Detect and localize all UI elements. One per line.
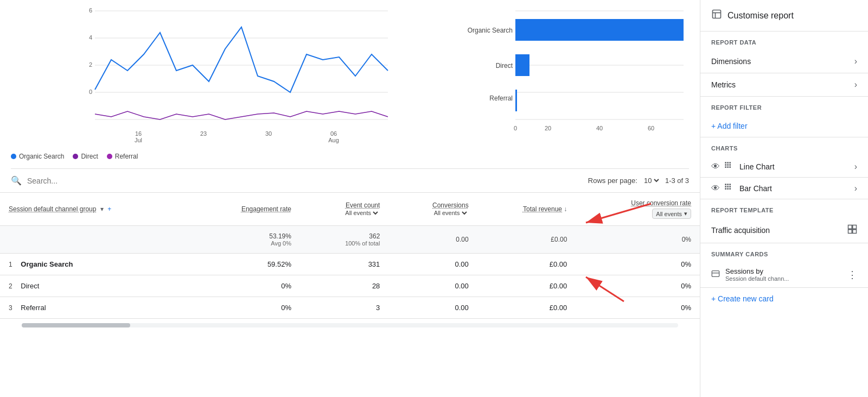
col-revenue-label: Total revenue [523,205,562,213]
col-revenue-sort[interactable]: ↓ [564,205,567,213]
legend-item-referral: Referral [107,153,138,160]
summary-card-subtitle: Session default chann... [725,275,847,282]
bar-chart-label: Bar Chart [739,184,854,193]
section-report-template: REPORT TEMPLATE [700,199,868,218]
svg-text:23: 23 [200,130,207,137]
summary-card-icon [711,269,720,280]
legend-dot-referral [107,154,112,159]
rows-per-page-label: Rows per page: [588,177,637,185]
row-3-num: 3 [9,304,12,312]
legend-label-direct: Direct [81,153,98,160]
col-user-conversion[interactable]: User conversion rate All events ▾ [576,193,700,226]
svg-rect-25 [515,90,517,111]
add-filter-button[interactable]: + Add filter [700,115,868,137]
bar-chart-eye-icon[interactable]: 👁 [711,184,720,193]
totals-engagement-sub: Avg 0% [201,240,291,247]
row-2-dimension: 2 Direct [0,275,192,297]
panel-header: Customise report [700,0,868,31]
create-card-label: + Create new card [711,294,774,303]
svg-rect-39 [729,164,731,166]
svg-rect-49 [725,188,726,190]
svg-text:Direct: Direct [496,62,513,70]
table-wrapper: Session default channel group ▾ + Engage… [0,193,700,319]
table-row: 2 Direct 0% 28 0.00 £0.00 0% [0,275,700,297]
customise-icon [711,9,722,22]
col-event-count-filter[interactable]: All events [343,209,380,217]
summary-card-title: Sessions by [725,267,847,275]
row-1-engagement: 59.52% [192,254,300,275]
metrics-chevron: › [854,80,857,90]
scrollbar-thumb[interactable] [22,323,130,327]
search-input[interactable] [27,177,190,185]
svg-rect-44 [727,184,729,185]
legend-label-referral: Referral [115,153,138,160]
col-dimension[interactable]: Session default channel group ▾ + [0,193,192,226]
rows-per-page-select[interactable]: 10 25 50 [642,176,661,185]
totals-event-count-sub: 100% of total [309,240,380,247]
bar-chart-row[interactable]: 👁 Bar Chart › [700,178,868,199]
summary-card-more-button[interactable]: ⋮ [847,270,857,280]
totals-event-count-cell: 362 100% of total [300,226,388,254]
col-add-icon[interactable]: + [107,205,111,213]
row-3-revenue: £0.00 [477,297,576,319]
rows-per-page: Rows per page: 10 25 50 1-3 of 3 [588,176,689,185]
metrics-row[interactable]: Metrics › [700,73,868,97]
svg-text:Organic Search: Organic Search [468,27,513,34]
svg-rect-43 [725,184,726,185]
row-2-conversions: 0.00 [388,275,477,297]
scrollbar-container[interactable] [22,323,678,327]
col-user-conversion-dropdown[interactable]: All events ▾ [652,209,691,219]
line-chart-row[interactable]: 👁 Line Chart › [700,156,868,178]
row-1-dimension: 1 Organic Search [0,254,192,275]
template-icon[interactable] [847,224,857,236]
svg-rect-38 [727,164,729,166]
dimensions-row[interactable]: Dimensions › [700,50,868,73]
legend-label-organic: Organic Search [19,153,64,160]
svg-rect-47 [727,186,729,187]
svg-text:30: 30 [265,130,272,137]
svg-text:0: 0 [89,89,92,95]
data-table: Session default channel group ▾ + Engage… [0,193,700,319]
add-filter-label: + Add filter [711,122,748,130]
line-chart-grid-icon [724,161,733,172]
create-card-button[interactable]: + Create new card [700,288,868,310]
template-label: Traffic acquisition [711,226,770,235]
col-sort-icon[interactable]: ▾ [100,205,104,213]
totals-conversions-cell: 0.00 [388,226,477,254]
line-chart-eye-icon[interactable]: 👁 [711,162,720,172]
section-summary-cards: SUMMARY CARDS [700,243,868,262]
section-report-filter: REPORT FILTER [700,97,868,115]
totals-event-count-value: 362 [309,232,380,240]
page-info: 1-3 of 3 [665,177,689,185]
bar-chart-grid-icon [724,183,733,193]
svg-text:2: 2 [89,61,92,68]
svg-text:Referral: Referral [489,94,513,102]
svg-text:20: 20 [545,125,551,131]
col-engagement-rate[interactable]: Engagement rate [192,193,300,226]
row-1-user-conversion: 0% [576,254,700,275]
legend-item-direct: Direct [73,153,98,160]
row-1-name: Organic Search [21,260,73,268]
col-conversions[interactable]: Conversions All events [388,193,477,226]
svg-rect-40 [725,166,726,168]
row-3-user-conversion: 0% [576,297,700,319]
charts-area: 6 4 2 0 16 Jul 23 30 06 Aug O [0,0,700,168]
row-1-revenue: £0.00 [477,254,576,275]
col-event-count[interactable]: Event count All events [300,193,388,226]
col-total-revenue[interactable]: Total revenue ↓ [477,193,576,226]
legend-dot-direct [73,154,78,159]
svg-text:16: 16 [135,130,142,137]
row-2-event-count: 28 [300,275,388,297]
col-conversions-filter[interactable]: All events [432,209,469,217]
svg-rect-45 [729,184,731,185]
totals-revenue-cell: £0.00 [477,226,576,254]
bar-chart-svg: Organic Search Direct Referral 0 20 40 6… [461,5,689,147]
row-1-event-count: 331 [300,254,388,275]
col-user-conversion-filter-label: All events [656,211,682,217]
svg-rect-36 [729,162,731,163]
right-panel: Customise report REPORT DATA Dimensions … [700,0,868,397]
table-row: 1 Organic Search 59.52% 331 0.00 £0.00 0… [0,254,700,275]
row-2-name: Direct [21,282,39,290]
svg-rect-55 [853,230,857,234]
section-charts: CHARTS [700,137,868,156]
